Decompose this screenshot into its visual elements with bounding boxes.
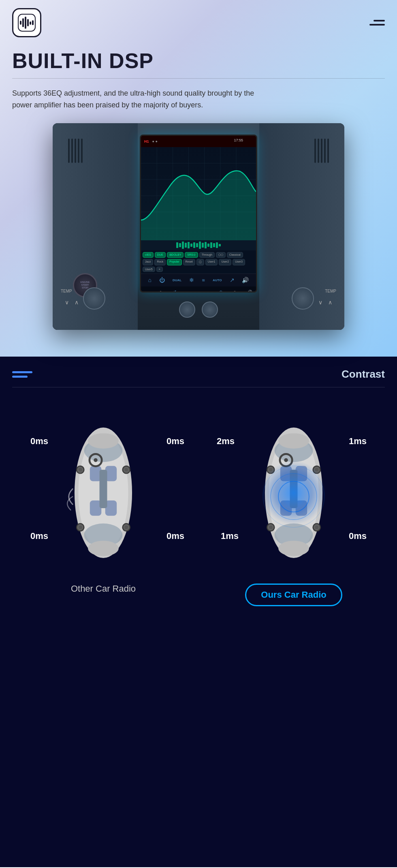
svg-rect-2 [22, 18, 24, 27]
ours-car-radio-button[interactable]: Ours Car Radio [245, 584, 342, 606]
screen-nav-bar: ⌂ ⏻ DUAL ❄ ≋ AUTO ↗ 🔊 [141, 274, 256, 286]
left-bot-right-timing: 0ms [166, 531, 184, 541]
svg-point-54 [267, 524, 275, 531]
screen-time: 17:55 [234, 138, 243, 142]
dsp-buttons: cIES DUE ⊞DOLBY SRS⊙ Through ⬡⬡ Classica… [141, 250, 256, 274]
left-top-right-timing: 0ms [166, 436, 184, 447]
svg-point-51 [284, 458, 288, 462]
svg-rect-4 [27, 19, 29, 26]
left-car-svg [59, 420, 148, 566]
svg-point-31 [77, 466, 84, 474]
center-screen: H1 ● ● 17:55 [140, 135, 257, 293]
dash-left: ENGINESTARTSTOP TEMP ∨∧ [53, 123, 138, 330]
right-car-diagram: 2ms 1ms [237, 412, 350, 574]
subtitle: Supports 36EQ adjustment, and the ultra-… [12, 88, 263, 111]
left-car-diagram: 0ms 0ms [47, 412, 160, 574]
svg-point-52 [267, 466, 275, 474]
svg-rect-3 [25, 17, 26, 29]
contrast-header: Contrast [12, 357, 385, 387]
right-bot-left-timing: 1ms [221, 531, 239, 541]
svg-point-44 [278, 541, 309, 556]
car-image-wrapper: ENGINESTARTSTOP TEMP ∨∧ TEMP [12, 123, 385, 330]
svg-point-22 [88, 433, 119, 449]
svg-rect-49 [290, 470, 298, 508]
contrast-line-2 [12, 376, 28, 378]
right-vent [311, 135, 332, 166]
car-interior: ENGINESTARTSTOP TEMP ∨∧ TEMP [53, 123, 344, 330]
top-section: BUILT-IN DSP Supports 36EQ adjustment, a… [0, 0, 397, 357]
bottom-section: Contrast 0ms 0ms [0, 357, 397, 867]
logo [12, 8, 41, 37]
right-top-right-timing: 1ms [349, 436, 367, 447]
menu-button[interactable] [369, 20, 385, 26]
right-car-svg [249, 420, 338, 566]
svg-point-30 [94, 458, 97, 462]
header-row [12, 0, 385, 45]
physical-buttons [179, 301, 218, 318]
page-title: BUILT-IN DSP [12, 49, 385, 73]
contrast-lines-icon [12, 371, 32, 378]
right-bot-right-timing: 0ms [349, 531, 367, 541]
svg-point-43 [278, 433, 309, 449]
logo-icon [17, 13, 36, 32]
svg-rect-1 [20, 21, 21, 25]
right-car-item: 2ms 1ms [203, 412, 385, 606]
svg-point-53 [313, 466, 320, 474]
svg-rect-6 [32, 20, 34, 25]
svg-point-34 [122, 524, 130, 531]
car-dashboard: ENGINESTARTSTOP TEMP ∨∧ TEMP [53, 123, 344, 330]
left-car-item: 0ms 0ms [12, 412, 194, 594]
left-top-left-timing: 0ms [30, 436, 48, 447]
cars-comparison: 0ms 0ms [12, 404, 385, 614]
svg-point-32 [122, 466, 130, 474]
right-top-left-timing: 2ms [217, 436, 235, 447]
svg-point-33 [77, 524, 84, 531]
eq-area [141, 147, 256, 240]
svg-point-23 [88, 541, 119, 556]
dash-right: TEMP ∨∧ [259, 123, 344, 330]
contrast-divider [12, 387, 385, 387]
eq-bars-row [141, 240, 256, 250]
left-bot-left-timing: 0ms [30, 531, 48, 541]
svg-point-55 [313, 524, 320, 531]
screen-top-bar: H1 ● ● 17:55 [141, 136, 256, 147]
screen-bottom-bar: ← 0 ↺ ❄ 0 🔊 [141, 286, 256, 293]
svg-rect-5 [30, 21, 31, 25]
contrast-line-1 [12, 371, 32, 373]
left-vent [65, 135, 86, 166]
left-car-label: Other Car Radio [71, 584, 136, 594]
contrast-label: Contrast [342, 368, 385, 381]
svg-rect-28 [100, 470, 107, 508]
title-divider [12, 78, 385, 79]
